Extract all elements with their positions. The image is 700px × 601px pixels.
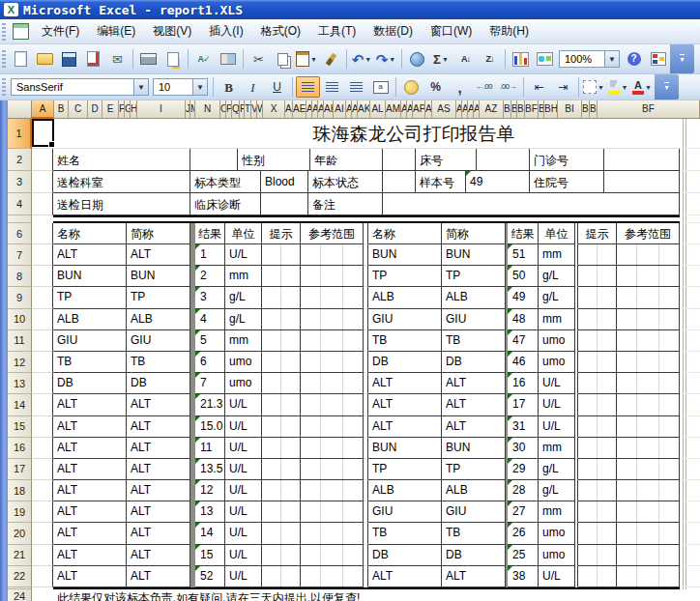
cell[interactable]: ALT bbox=[53, 523, 127, 544]
bold-button[interactable]: B bbox=[217, 76, 241, 98]
cell[interactable]: 30 bbox=[508, 438, 539, 459]
column-header-N[interactable]: N bbox=[195, 100, 220, 119]
column-header-C[interactable]: C bbox=[69, 100, 88, 119]
menu-edit[interactable]: 编辑(E) bbox=[88, 20, 144, 43]
cell[interactable]: DB bbox=[442, 352, 506, 373]
cell[interactable]: 27 bbox=[508, 501, 539, 523]
row-header-7[interactable]: 7 bbox=[8, 244, 32, 266]
cell[interactable]: 51 bbox=[508, 244, 539, 266]
cell[interactable]: ALT bbox=[127, 438, 190, 459]
cell[interactable] bbox=[32, 352, 53, 373]
cell[interactable]: Blood bbox=[261, 171, 308, 193]
cell[interactable] bbox=[32, 416, 53, 438]
cell[interactable] bbox=[32, 287, 53, 308]
cell[interactable]: 性别 bbox=[238, 149, 310, 171]
cell[interactable]: DB bbox=[53, 373, 127, 394]
column-header-AS[interactable]: AS bbox=[432, 100, 456, 119]
cell[interactable] bbox=[262, 287, 301, 308]
cell[interactable] bbox=[617, 287, 680, 308]
new-document-button[interactable] bbox=[9, 48, 33, 70]
cell[interactable]: BUN bbox=[368, 244, 442, 266]
cell[interactable] bbox=[617, 309, 680, 330]
row-header-24[interactable]: 24 bbox=[8, 589, 32, 601]
select-all-corner[interactable] bbox=[8, 100, 32, 119]
row-header-18[interactable]: 18 bbox=[8, 480, 32, 501]
cell[interactable]: 11 bbox=[195, 438, 225, 459]
cell[interactable]: ALT bbox=[368, 373, 442, 394]
cell[interactable]: U/L bbox=[225, 523, 262, 544]
cell[interactable] bbox=[32, 545, 53, 566]
cell[interactable] bbox=[32, 266, 53, 287]
paste-dropdown-icon[interactable]: ▼ bbox=[309, 56, 318, 63]
redo-dropdown-icon[interactable]: ▼ bbox=[388, 56, 396, 63]
cell[interactable] bbox=[617, 501, 680, 523]
toolbar-grip[interactable] bbox=[2, 78, 6, 96]
font-size-combobox[interactable]: 10▼ bbox=[153, 78, 208, 96]
fill-color-button[interactable]: ▼ bbox=[606, 76, 630, 98]
insert-hyperlink-button[interactable] bbox=[405, 48, 429, 70]
cell[interactable]: g/L bbox=[225, 287, 262, 308]
row-header-17[interactable]: 17 bbox=[8, 459, 32, 480]
cell[interactable]: 备注 bbox=[308, 193, 383, 215]
cell[interactable]: 13.5 bbox=[195, 459, 225, 480]
cell[interactable] bbox=[32, 459, 53, 480]
cell[interactable] bbox=[301, 287, 364, 308]
cell[interactable]: GIU bbox=[442, 309, 506, 330]
cell[interactable] bbox=[617, 566, 680, 587]
cell[interactable] bbox=[262, 523, 301, 544]
column-header-BF[interactable]: BF bbox=[525, 100, 539, 119]
cell[interactable]: 4 bbox=[195, 309, 225, 330]
save-button[interactable] bbox=[57, 48, 81, 70]
font-color-dropdown-icon[interactable]: ▼ bbox=[644, 84, 653, 91]
cell[interactable]: TB bbox=[53, 352, 127, 373]
cell[interactable] bbox=[578, 480, 617, 501]
cell[interactable]: U/L bbox=[225, 438, 262, 459]
print-button[interactable] bbox=[136, 48, 160, 70]
cell[interactable] bbox=[578, 545, 617, 566]
cell[interactable]: 送检日期 bbox=[53, 193, 190, 215]
cell[interactable]: GIU bbox=[368, 501, 442, 523]
cell[interactable]: 16 bbox=[508, 373, 539, 394]
menu-help[interactable]: 帮助(H) bbox=[481, 20, 538, 43]
cell[interactable]: 2 bbox=[195, 266, 225, 287]
cell[interactable]: ALT bbox=[442, 394, 506, 415]
cell[interactable]: 参考范围 bbox=[617, 223, 680, 244]
percent-style-button[interactable]: % bbox=[423, 76, 448, 98]
column-header-Q[interactable]: Q bbox=[232, 100, 240, 119]
autosum-button[interactable]: Σ▼ bbox=[429, 48, 453, 70]
cell[interactable]: 3 bbox=[195, 287, 225, 308]
report-title-cell[interactable]: 珠海森龙公司打印报告单 bbox=[230, 122, 598, 147]
menu-data[interactable]: 数据(D) bbox=[365, 20, 422, 43]
cell[interactable] bbox=[32, 171, 53, 193]
row-header-8[interactable]: 8 bbox=[8, 266, 32, 287]
cell[interactable]: ALT bbox=[368, 566, 442, 587]
cell[interactable]: DB bbox=[368, 352, 442, 373]
font-color-button[interactable]: A▼ bbox=[630, 76, 655, 98]
cell[interactable]: 13 bbox=[195, 501, 225, 523]
toolbar-options-button[interactable]: ▾ bbox=[655, 74, 679, 100]
cut-button[interactable]: ✂ bbox=[247, 48, 271, 70]
research-button[interactable] bbox=[216, 48, 240, 70]
cell[interactable]: ALT bbox=[127, 545, 190, 566]
cell[interactable]: mm bbox=[539, 244, 575, 266]
column-header-AH[interactable]: AH bbox=[324, 100, 334, 119]
cell[interactable] bbox=[301, 330, 364, 352]
column-header-A[interactable]: A bbox=[32, 100, 54, 119]
cell[interactable]: 38 bbox=[508, 566, 539, 587]
cell[interactable]: 49 bbox=[508, 287, 539, 308]
cell[interactable] bbox=[617, 373, 680, 394]
cell[interactable]: DB bbox=[442, 545, 506, 566]
cell[interactable] bbox=[617, 266, 680, 287]
cell[interactable]: 年龄 bbox=[310, 149, 383, 171]
drawing-button[interactable] bbox=[533, 48, 557, 70]
paste-button[interactable]: ▼ bbox=[295, 48, 319, 70]
decrease-indent-button[interactable]: ⇤ bbox=[527, 76, 551, 98]
row-header-3[interactable]: 3 bbox=[8, 171, 32, 193]
cell[interactable]: 临床诊断 bbox=[190, 193, 261, 215]
cell[interactable]: 参考范围 bbox=[301, 223, 364, 244]
format-painter-button[interactable] bbox=[319, 48, 343, 70]
cell[interactable]: GIU bbox=[53, 330, 127, 352]
title-bar[interactable]: X Microsoft Excel - report1.XLS bbox=[0, 0, 700, 19]
column-header-E[interactable]: E bbox=[102, 100, 119, 119]
cell[interactable]: 15 bbox=[195, 545, 225, 566]
